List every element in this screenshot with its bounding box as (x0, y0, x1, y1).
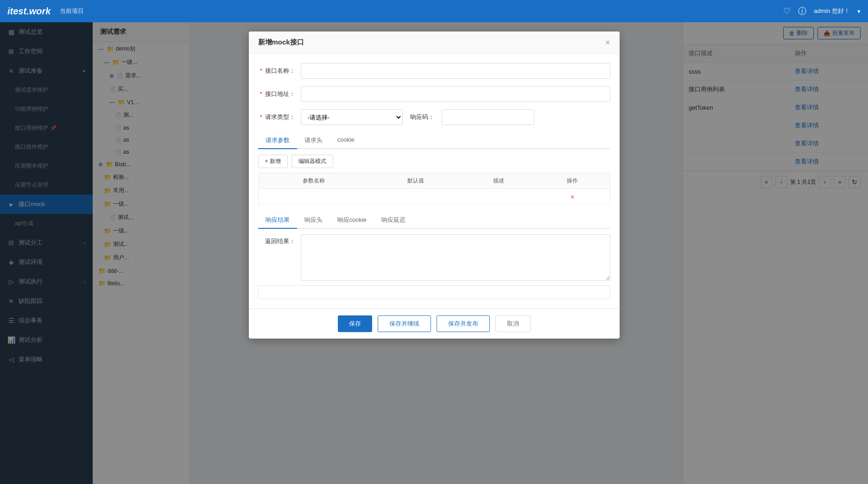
result-label: 返回结果： (258, 234, 295, 245)
form-row-url: * 接口地址： (258, 86, 610, 102)
modal-footer: 保存 保存并继续 保存并发布 取消 (249, 308, 620, 339)
user-info[interactable]: admin 您好！ (814, 7, 850, 15)
save-continue-button[interactable]: 保存并继续 (378, 315, 431, 332)
modal-title: 新增mock接口 (258, 38, 304, 47)
form-select-wrap: -请选择- GET POST PUT DELETE PATCH 响应码： (301, 109, 610, 125)
logo-text: itest.work (7, 6, 51, 16)
dropdown-icon[interactable]: ▾ (857, 8, 861, 15)
interface-name-input[interactable] (301, 63, 610, 79)
result-row: 返回结果： (258, 234, 610, 281)
top-header: itest.work 当前项目 ♡ ⓘ admin 您好！ ▾ (0, 0, 868, 22)
tab-response-cookie[interactable]: 响应cookie (330, 212, 374, 229)
param-col-name: 参数名称 (258, 173, 369, 189)
required-star2: * (260, 90, 262, 97)
modal-header: 新增mock接口 × (249, 31, 620, 54)
scroll-hint (258, 285, 610, 299)
required-star: * (260, 67, 262, 74)
param-default-cell (369, 189, 462, 205)
interface-url-input[interactable] (301, 86, 610, 102)
request-tab-bar: 请求参数 请求头 cookie (258, 132, 610, 149)
header-right: ♡ ⓘ admin 您好！ ▾ (783, 6, 861, 17)
modal: 新增mock接口 × * 接口名称： * 接口地址： (249, 31, 620, 339)
param-col-default: 默认值 (369, 173, 462, 189)
param-col-desc: 描述 (462, 173, 535, 189)
name-label: * 接口名称： (258, 67, 295, 75)
result-textarea[interactable] (301, 234, 610, 281)
form-row-name: * 接口名称： (258, 63, 610, 79)
param-name-cell (258, 189, 369, 205)
required-star3: * (260, 113, 262, 120)
tab-request-headers[interactable]: 请求头 (297, 132, 330, 149)
response-code-label: 响应码： (410, 113, 434, 121)
info-icon[interactable]: ⓘ (798, 6, 806, 17)
modal-overlay: 新增mock接口 × * 接口名称： * 接口地址： (0, 22, 868, 484)
method-label: * 请求类型： (258, 113, 295, 121)
modal-body: * 接口名称： * 接口地址： * 请求类型： (249, 54, 620, 308)
tab-response-headers[interactable]: 响应头 (297, 212, 330, 229)
save-publish-button[interactable]: 保存并发布 (437, 315, 490, 332)
response-tab-bar: 响应结果 响应头 响应cookie 响应延迟 (258, 212, 610, 229)
param-col-action: 操作 (535, 173, 610, 189)
tab-response-delay[interactable]: 响应延迟 (374, 212, 413, 229)
header-nav-current[interactable]: 当前项目 (60, 7, 84, 15)
cancel-button[interactable]: 取消 (495, 315, 531, 332)
param-desc-cell (462, 189, 535, 205)
tab-response-result[interactable]: 响应结果 (258, 212, 297, 229)
response-section: 响应结果 响应头 响应cookie 响应延迟 返回结果： (258, 212, 610, 281)
modal-close-button[interactable]: × (605, 38, 610, 47)
heart-icon[interactable]: ♡ (783, 6, 791, 16)
param-table: 参数名称 默认值 描述 操作 × (258, 173, 610, 205)
param-toolbar: + 新增 编辑器模式 (258, 155, 610, 168)
param-row: × (258, 189, 610, 205)
editor-mode-button[interactable]: 编辑器模式 (291, 155, 333, 168)
save-button[interactable]: 保存 (338, 315, 372, 332)
header-nav: 当前项目 (60, 7, 783, 15)
url-label: * 接口地址： (258, 90, 295, 98)
tab-cookie[interactable]: cookie (330, 132, 362, 149)
response-code-input[interactable] (442, 109, 534, 125)
add-param-button[interactable]: + 新增 (258, 155, 288, 168)
method-select[interactable]: -请选择- GET POST PUT DELETE PATCH (301, 109, 403, 125)
tab-request-params[interactable]: 请求参数 (258, 132, 297, 149)
param-delete-button[interactable]: × (570, 193, 575, 201)
form-row-method: * 请求类型： -请选择- GET POST PUT DELETE PATCH … (258, 109, 610, 125)
logo[interactable]: itest.work (7, 6, 51, 17)
